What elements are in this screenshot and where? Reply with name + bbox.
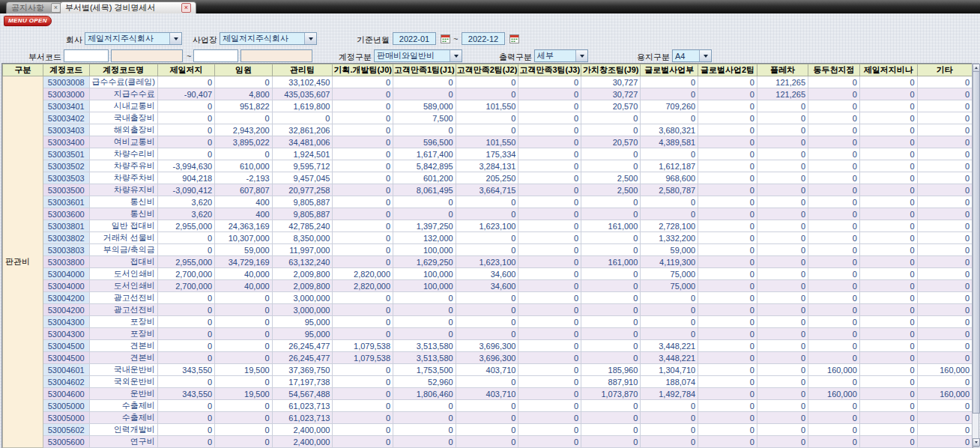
- account-name-cell: 도서인쇄비: [89, 280, 157, 292]
- value-cell: 0: [859, 280, 917, 292]
- value-cell: 0: [333, 424, 393, 436]
- table-row[interactable]: 53005600연구비002,400,00000000000000: [3, 436, 973, 448]
- table-row[interactable]: 53003402국내출장비00007,500000000000: [3, 112, 973, 124]
- table-row[interactable]: 53003500차량유지비-3,090,412607,80720,977,258…: [3, 184, 973, 196]
- value-cell: 3,448,221: [641, 352, 698, 364]
- paper-type-select[interactable]: A4: [672, 49, 712, 62]
- value-cell: 0: [518, 100, 581, 112]
- value-cell: 0: [808, 412, 860, 424]
- value-cell: 0: [157, 136, 214, 148]
- value-cell: 0: [333, 256, 393, 268]
- period-to-input[interactable]: [462, 32, 505, 45]
- value-cell: -3,090,412: [157, 184, 214, 196]
- value-cell: 0: [859, 352, 917, 364]
- table-row[interactable]: 53003802거래처 선물비010,307,0008,350,0000132,…: [3, 232, 973, 244]
- table-row[interactable]: 53005000수출제비0061,023,71300000000000: [3, 412, 973, 424]
- scrollbar-thumb[interactable]: [973, 71, 980, 414]
- table-row[interactable]: 53004200광고선전비003,000,00000000000000: [3, 292, 973, 304]
- table-row[interactable]: 53003403해외출장비02,943,20032,861,206000003,…: [3, 124, 973, 136]
- table-row[interactable]: 53004000도서인쇄비2,700,00040,0002,009,8002,8…: [3, 268, 973, 280]
- value-cell: 0: [393, 88, 456, 100]
- chevron-down-icon: [450, 50, 462, 61]
- value-cell: 0: [456, 112, 518, 124]
- table-row[interactable]: 53003501차량수리비001,924,50101,617,400175,33…: [3, 148, 973, 160]
- dept-code-from-input[interactable]: [64, 49, 109, 62]
- table-row[interactable]: 53004500견본비0026,245,4771,079,5383,513,58…: [3, 352, 973, 364]
- account-name-cell: 차량주유비: [89, 160, 157, 172]
- value-cell: 0: [808, 208, 860, 220]
- table-row[interactable]: 53003600통신비3,6204009,805,88700000000000: [3, 208, 973, 220]
- value-cell: 3,895,022: [215, 136, 273, 148]
- scroll-down-icon[interactable]: [973, 438, 980, 447]
- table-row[interactable]: 53005000수출제비0061,023,71300000000000: [3, 400, 973, 412]
- value-cell: 3,000,000: [272, 292, 333, 304]
- tab-notice[interactable]: 공지사항 ×: [6, 1, 66, 13]
- table-row[interactable]: 53004500견본비0026,245,4771,079,5383,513,58…: [3, 340, 973, 352]
- table-row[interactable]: 53004000도서인쇄비2,700,00040,0002,009,8002,8…: [3, 280, 973, 292]
- value-cell: 161,000: [581, 220, 641, 232]
- table-row[interactable]: 53004600운반비343,55019,50054,567,48801,806…: [3, 388, 973, 400]
- value-cell: 400: [215, 196, 273, 208]
- table-row[interactable]: 53003803부의금/축의금059,00011,997,0000100,000…: [3, 244, 973, 256]
- value-cell: 2,820,000: [333, 280, 393, 292]
- table-row[interactable]: 53003400여비교통비03,895,02234,481,0060596,50…: [3, 136, 973, 148]
- table-row[interactable]: 53004601국내운반비343,55019,50037,369,75001,7…: [3, 364, 973, 376]
- calendar-icon[interactable]: [509, 34, 519, 43]
- site-select[interactable]: 제일저지주식회사: [220, 32, 317, 45]
- period-label: 기준년월: [346, 34, 390, 46]
- table-row[interactable]: 53003601통신비3,6204009,805,88700000000000: [3, 196, 973, 208]
- table-row[interactable]: 53004602국외운반비0017,197,738052,96000887,91…: [3, 376, 973, 388]
- table-row[interactable]: 53003801일반 접대비2,955,00024,363,16942,785,…: [3, 220, 973, 232]
- column-header: 관리팀: [272, 64, 333, 76]
- menu-open-button[interactable]: MENU OPEN: [4, 16, 52, 26]
- table-row[interactable]: 53005602인력개발비002,400,00000000000000: [3, 424, 973, 436]
- value-cell: 0: [393, 424, 456, 436]
- account-name-cell: 수출제비: [89, 400, 157, 412]
- account-name-cell: 일반 접대비: [89, 220, 157, 232]
- table-row[interactable]: 53003503차량주차비904,218-2,1939,457,0450601,…: [3, 172, 973, 184]
- value-cell: 0: [215, 376, 273, 388]
- app-window: 공지사항 × 부서별(세목) 경비명세서 × MENU OPEN 회사 제일저지…: [0, 0, 980, 448]
- value-cell: 0: [157, 352, 214, 364]
- account-code-cell: 53004000: [43, 268, 89, 280]
- period-from-input[interactable]: [393, 32, 436, 45]
- table-row[interactable]: 53004300포장비0095,00000000000000: [3, 328, 973, 340]
- vertical-scrollbar[interactable]: [972, 63, 979, 447]
- value-cell: 34,481,006: [272, 136, 333, 148]
- dept-name-from-field[interactable]: [111, 49, 183, 62]
- value-cell: 0: [215, 400, 273, 412]
- account-name-cell: 차량수리비: [89, 148, 157, 160]
- column-header: 기획.개발팀(J0): [333, 64, 393, 76]
- value-cell: 9,457,045: [272, 172, 333, 184]
- value-cell: 2,728,100: [641, 220, 698, 232]
- value-cell: 0: [757, 136, 808, 148]
- value-cell: 0: [859, 268, 917, 280]
- value-cell: 1,073,870: [581, 388, 641, 400]
- table-row[interactable]: 53004200광고선전비003,000,00000000000000: [3, 304, 973, 316]
- value-cell: 0: [215, 352, 273, 364]
- table-row[interactable]: 판관비53003008급수수료(클레임)0033,102,450000030,7…: [3, 76, 973, 88]
- table-row[interactable]: 53003000지급수수료-90,4074,800435,035,6070000…: [3, 88, 973, 100]
- value-cell: 0: [641, 328, 698, 340]
- calendar-icon[interactable]: [441, 34, 450, 43]
- value-cell: 0: [581, 328, 641, 340]
- account-code-cell: 53003601: [43, 196, 89, 208]
- dept-code-to-input[interactable]: [193, 49, 238, 62]
- value-cell: 0: [333, 328, 393, 340]
- table-row[interactable]: 53004300포장비0095,00000000000000: [3, 316, 973, 328]
- company-select[interactable]: 제일저지주식회사: [85, 32, 182, 45]
- value-cell: 0: [581, 316, 641, 328]
- close-icon[interactable]: ×: [181, 3, 191, 13]
- value-cell: 0: [808, 124, 860, 136]
- value-cell: 0: [698, 436, 757, 448]
- dept-name-to-field[interactable]: [241, 49, 312, 62]
- output-type-select[interactable]: 세부: [534, 49, 588, 62]
- value-cell: 0: [808, 220, 860, 232]
- table-row[interactable]: 53003502차량주유비-3,994,630610,0009,595,7120…: [3, 160, 973, 172]
- tab-expense-report[interactable]: 부서별(세목) 경비명세서 ×: [60, 1, 196, 13]
- account-type-select[interactable]: 판매비와일반비: [374, 49, 462, 62]
- table-row[interactable]: 53003800접대비2,955,00034,729,16963,132,240…: [3, 256, 973, 268]
- value-cell: 0: [808, 340, 860, 352]
- table-row[interactable]: 53003401시내교통비0951,8221,619,8000589,00010…: [3, 100, 973, 112]
- value-cell: 0: [215, 328, 273, 340]
